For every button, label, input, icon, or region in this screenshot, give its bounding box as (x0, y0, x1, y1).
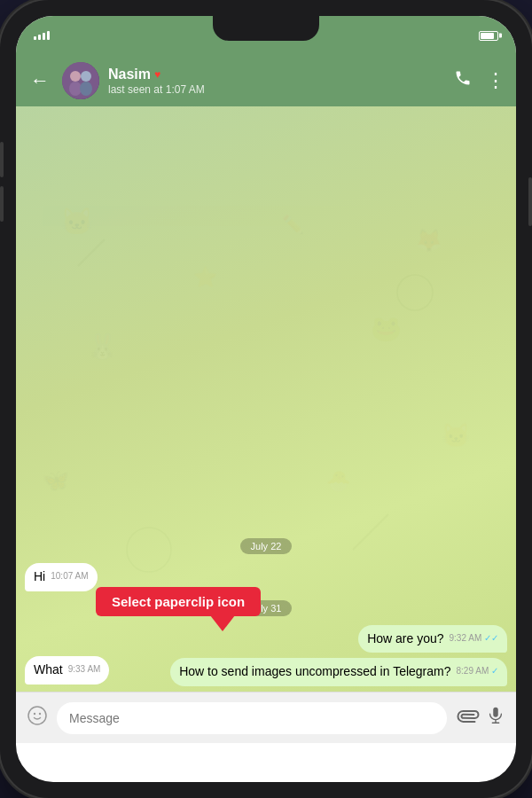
svg-text:⭐: ⭐ (193, 265, 218, 289)
date-badge-july22: July 22 (240, 538, 293, 554)
status-time (34, 31, 87, 40)
message-time: 9:32 AM ✓✓ (450, 632, 498, 645)
svg-point-15 (397, 275, 433, 310)
microphone-button[interactable] (486, 706, 505, 731)
message-input[interactable] (57, 702, 447, 734)
svg-point-1 (70, 71, 81, 82)
message-how-to-send: How to send images uncompressed in Teleg… (170, 658, 507, 686)
svg-text:🐱: 🐱 (442, 421, 471, 450)
message-time: 10:07 AM (51, 570, 88, 583)
svg-text:🐸: 🐸 (371, 314, 402, 343)
power-button[interactable] (528, 177, 532, 226)
status-icons (475, 31, 498, 41)
message-hi: Hi10:07 AM (25, 563, 98, 591)
contact-name: Nasim (108, 66, 151, 82)
volume-down-button[interactable] (0, 186, 4, 222)
svg-point-3 (81, 71, 91, 82)
svg-point-18 (28, 707, 46, 724)
svg-text:🦋: 🦋 (43, 467, 69, 493)
svg-point-4 (80, 82, 92, 96)
svg-rect-21 (493, 707, 498, 716)
svg-text:🐣: 🐣 (326, 469, 351, 493)
more-button[interactable]: ⋮ (486, 69, 505, 92)
message-text: How to send images uncompressed in Teleg… (179, 664, 450, 678)
chat-header: ← Nasim ♥ (16, 55, 516, 106)
svg-line-17 (78, 239, 105, 266)
call-button[interactable] (454, 69, 472, 92)
svg-text:🐰: 🐰 (87, 332, 118, 361)
notch (213, 16, 319, 41)
message-text: How are you? (367, 631, 443, 645)
last-message-area: How to send images uncompressed in Teleg… (25, 658, 507, 686)
phone-screen: ← Nasim ♥ (16, 16, 516, 782)
contact-status: last seen at 1:07 AM (108, 83, 445, 96)
status-bar (16, 16, 516, 55)
back-button[interactable]: ← (27, 66, 53, 96)
paperclip-button[interactable] (450, 700, 483, 734)
svg-text:✏️: ✏️ (282, 214, 304, 235)
svg-point-2 (69, 82, 82, 96)
message-how-are-you: How are you? 9:32 AM ✓✓ (358, 625, 507, 653)
svg-text:🦊: 🦊 (415, 227, 443, 254)
svg-text:🐱: 🐱 (60, 206, 94, 238)
chat-area: 🐱 🦊 🐰 🐸 ⭐ ✏️ 🐱 🦋 🐣 (16, 106, 516, 692)
avatar[interactable] (62, 62, 99, 99)
svg-point-20 (39, 712, 41, 714)
phone-frame: ← Nasim ♥ (0, 0, 532, 798)
svg-point-19 (34, 712, 35, 714)
contact-info: Nasim ♥ last seen at 1:07 AM (108, 66, 445, 95)
message-text: Hi (34, 569, 45, 583)
heart-icon: ♥ (154, 68, 160, 81)
message-time: 8:29 AM ✓ (457, 665, 498, 677)
emoji-button[interactable] (27, 705, 48, 732)
date-badge-july31: July 31 (240, 600, 293, 616)
volume-up-button[interactable] (0, 142, 4, 177)
header-actions: ⋮ (454, 69, 505, 92)
svg-rect-0 (62, 62, 99, 99)
input-bar (16, 692, 516, 743)
